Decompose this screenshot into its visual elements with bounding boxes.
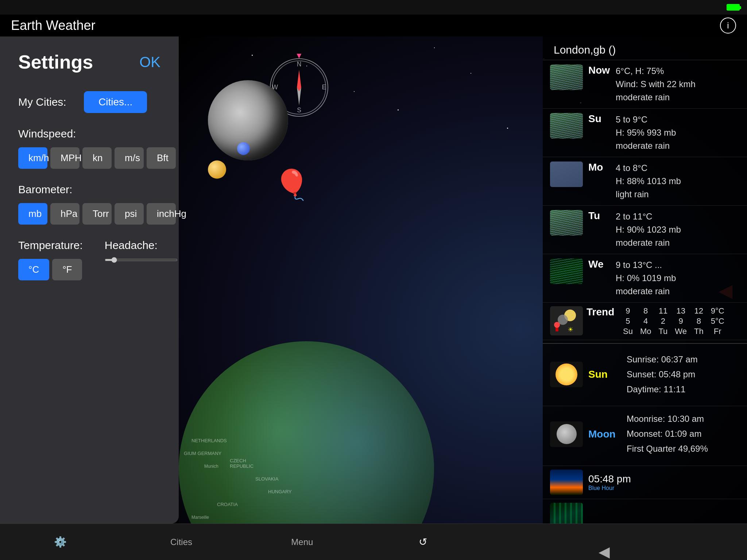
we-condition: moderate rain xyxy=(616,285,740,298)
tab-cities[interactable]: Cities xyxy=(121,524,241,560)
trend-tu-high: 11 xyxy=(659,306,667,316)
barometer-psi[interactable]: psi xyxy=(115,203,144,225)
weather-row-su: Su 5 to 9°C H: 95% 993 mb moderate rain xyxy=(543,109,747,157)
menu-tab-label: Menu xyxy=(291,537,313,547)
headache-section: Headache: xyxy=(105,239,178,261)
windspeed-bft[interactable]: Bft xyxy=(147,147,176,169)
blue-hour-thumb xyxy=(550,470,583,495)
trend-we-day: We xyxy=(675,327,687,336)
back-triangle-icon: ◀ xyxy=(599,543,610,560)
moon-info: Moonrise: 10:30 am Moonset: 01:09 am Fir… xyxy=(627,412,708,456)
tu-condition: moderate rain xyxy=(616,236,740,249)
star xyxy=(252,55,253,56)
tab-bar: ⚙️ Cities Menu ↺ ◀ xyxy=(0,524,747,560)
blue-hour-row: 05:48 pm Blue Hour xyxy=(543,466,747,499)
sun-label: Sun xyxy=(588,369,621,380)
weather-details-we: 9 to 13°C ... H: 0% 1019 mb moderate rai… xyxy=(616,258,740,298)
svg-text:N: N xyxy=(297,61,302,68)
daytime: Daytime: 11:11 xyxy=(627,382,698,397)
weather-thumb-su xyxy=(550,113,583,139)
trend-th-high: 12 xyxy=(694,306,703,316)
now-wind: Wind: S with 22 kmh xyxy=(616,78,740,91)
hot-air-balloon: 🎈 xyxy=(274,168,310,202)
cities-button[interactable]: Cities... xyxy=(84,91,147,113)
weather-day-we: We xyxy=(588,258,610,270)
blue-planet xyxy=(237,142,250,155)
earth-globe: NETHERLANDS GIUM GERMANY CZECHREPUBLIC S… xyxy=(179,341,434,524)
now-temp: 6°C, H: 75% xyxy=(616,65,740,78)
barometer-mb[interactable]: mb xyxy=(18,203,47,225)
svg-text:S: S xyxy=(297,106,301,114)
windspeed-kmh[interactable]: km/h xyxy=(18,147,47,169)
temp-fahrenheit[interactable]: °F xyxy=(52,259,82,280)
trend-su-high: 9 xyxy=(626,306,630,316)
settings-header: Settings OK xyxy=(18,51,160,73)
battery-icon xyxy=(727,4,740,11)
trend-tu-day: Tu xyxy=(658,327,667,336)
su-condition: moderate rain xyxy=(616,139,740,152)
barometer-hpa[interactable]: hPa xyxy=(50,203,80,225)
trend-fr-high: 9°C xyxy=(711,306,724,316)
tab-menu[interactable]: Menu xyxy=(242,524,363,560)
gold-planet xyxy=(208,160,226,179)
tu-temp: 2 to 11°C xyxy=(616,210,740,223)
windspeed-mph[interactable]: MPH xyxy=(50,147,80,169)
su-humid: H: 95% 993 mb xyxy=(616,126,740,139)
blue-hour-label: Blue Hour xyxy=(588,485,631,491)
app-title: Earth Weather xyxy=(11,18,95,33)
moon-label: Moon xyxy=(588,428,621,440)
my-cities-label: My Cities: xyxy=(18,96,77,108)
trend-th-day: Th xyxy=(694,327,704,336)
barometer-label: Barometer: xyxy=(18,183,160,196)
barometer-torr[interactable]: Torr xyxy=(82,203,112,225)
windspeed-kn[interactable]: kn xyxy=(82,147,112,169)
trend-we-low: 9 xyxy=(679,316,683,326)
cities-tab-label: Cities xyxy=(170,537,192,547)
mo-humid: H: 88% 1013 mb xyxy=(616,175,740,188)
trend-su-day: Su xyxy=(623,327,633,336)
trend-we-high: 13 xyxy=(676,306,685,316)
we-temp: 9 to 13°C ... xyxy=(616,258,740,272)
trend-data: 9 5 Su 8 4 Mo 11 2 Tu 13 9 We 12 8 xyxy=(623,306,724,336)
trend-col-su: 9 5 Su xyxy=(623,306,633,336)
weather-row-tu: Tu 2 to 11°C H: 90% 1023 mb moderate rai… xyxy=(543,206,747,254)
ok-button[interactable]: OK xyxy=(139,54,160,70)
weather-row-we: We 9 to 13°C ... H: 0% 1019 mb moderate … xyxy=(543,254,747,303)
status-bar xyxy=(0,0,747,15)
moonset: Moonset: 01:09 am xyxy=(627,427,708,442)
headache-slider[interactable] xyxy=(105,259,178,261)
barometer-inchhg[interactable]: inchHg xyxy=(147,203,176,225)
settings-panel: Settings OK My Cities: Cities... Windspe… xyxy=(0,36,179,524)
sunrise: Sunrise: 06:37 am xyxy=(627,352,698,367)
trend-label: Trend xyxy=(587,306,619,318)
temperature-label: Temperature: xyxy=(18,239,83,252)
we-humid: H: 0% 1019 mb xyxy=(616,272,740,285)
weather-panel: London,gb () Now 6°C, H: 75% Wind: S wit… xyxy=(543,36,747,524)
weather-day-now: Now xyxy=(588,65,610,76)
star xyxy=(398,109,399,110)
tab-gear[interactable]: ⚙️ xyxy=(0,524,121,560)
mo-temp: 4 to 8°C xyxy=(616,162,740,175)
windspeed-label: Windspeed: xyxy=(18,128,160,140)
weather-details-mo: 4 to 8°C H: 88% 1013 mb light rain xyxy=(616,162,740,201)
info-button[interactable]: i xyxy=(720,18,736,34)
weather-thumb-we xyxy=(550,258,583,284)
temperature-section: Temperature: °C °F xyxy=(18,239,83,295)
sun-section: Sun Sunrise: 06:37 am Sunset: 05:48 pm D… xyxy=(543,347,747,406)
weather-details-now: 6°C, H: 75% Wind: S with 22 kmh moderate… xyxy=(616,65,740,104)
svg-marker-5 xyxy=(297,70,301,91)
temp-celsius[interactable]: °C xyxy=(18,259,49,280)
tab-refresh[interactable]: ↺ xyxy=(363,524,483,560)
mo-condition: light rain xyxy=(616,188,740,201)
tab-back[interactable]: ◀ xyxy=(483,524,747,560)
trend-mo-day: Mo xyxy=(640,327,651,336)
trend-tu-low: 2 xyxy=(661,316,665,326)
windspeed-options: km/h MPH kn m/s Bft xyxy=(18,147,160,169)
moonrise: Moonrise: 10:30 am xyxy=(627,412,708,427)
weather-thumb-now xyxy=(550,65,583,90)
svg-point-10 xyxy=(554,322,560,328)
headache-slider-container xyxy=(105,259,178,261)
my-cities-row: My Cities: Cities... xyxy=(18,91,160,113)
windspeed-ms[interactable]: m/s xyxy=(115,147,144,169)
blue-hour-time: 05:48 pm xyxy=(588,473,631,485)
